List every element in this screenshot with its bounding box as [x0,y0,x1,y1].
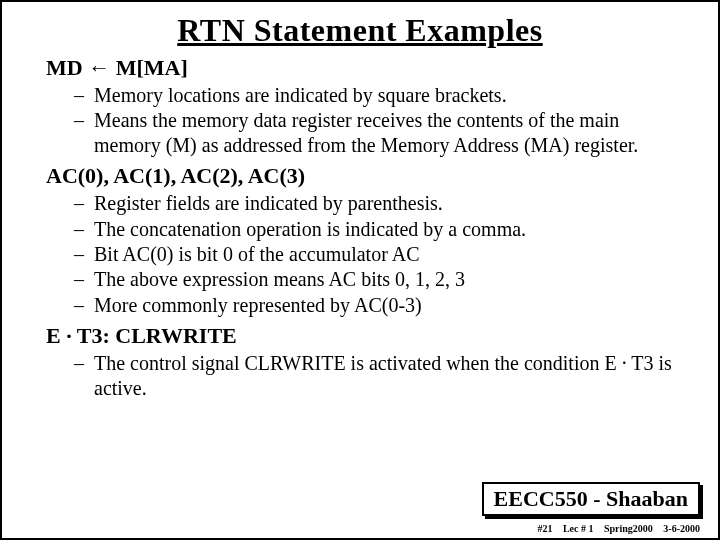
section-heading-1: MD ← M[MA] [46,55,688,81]
list-item: Means the memory data register receives … [78,108,688,157]
section-list-1: Memory locations are indicated by square… [46,83,688,157]
footer-course-box: EECC550 - Shaaban [482,482,700,516]
slide-content: MD ← M[MA] Memory locations are indicate… [2,55,718,400]
section-list-3: The control signal CLRWRITE is activated… [46,351,688,400]
footer-course-label: EECC550 - Shaaban [482,482,700,516]
footer-slide-number: #21 [537,523,552,534]
list-item: The control signal CLRWRITE is activated… [78,351,688,400]
list-item: Register fields are indicated by parenth… [78,191,688,215]
list-item: Bit AC(0) is bit 0 of the accumulator AC [78,242,688,266]
list-item: The above expression means AC bits 0, 1,… [78,267,688,291]
section-heading-2: AC(0), AC(1), AC(2), AC(3) [46,163,688,189]
list-item: The concatenation operation is indicated… [78,217,688,241]
footer-date: 3-6-2000 [663,523,700,534]
section-heading-3: E · T3: CLRWRITE [46,323,688,349]
slide-frame: RTN Statement Examples MD ← M[MA] Memory… [0,0,720,540]
list-item: Memory locations are indicated by square… [78,83,688,107]
list-item: More commonly represented by AC(0-3) [78,293,688,317]
section-list-2: Register fields are indicated by parenth… [46,191,688,317]
footer-term: Spring2000 [604,523,653,534]
footer-lecture: Lec # 1 [563,523,594,534]
footer-meta: #21 Lec # 1 Spring2000 3-6-2000 [529,523,700,534]
slide-title: RTN Statement Examples [2,12,718,49]
